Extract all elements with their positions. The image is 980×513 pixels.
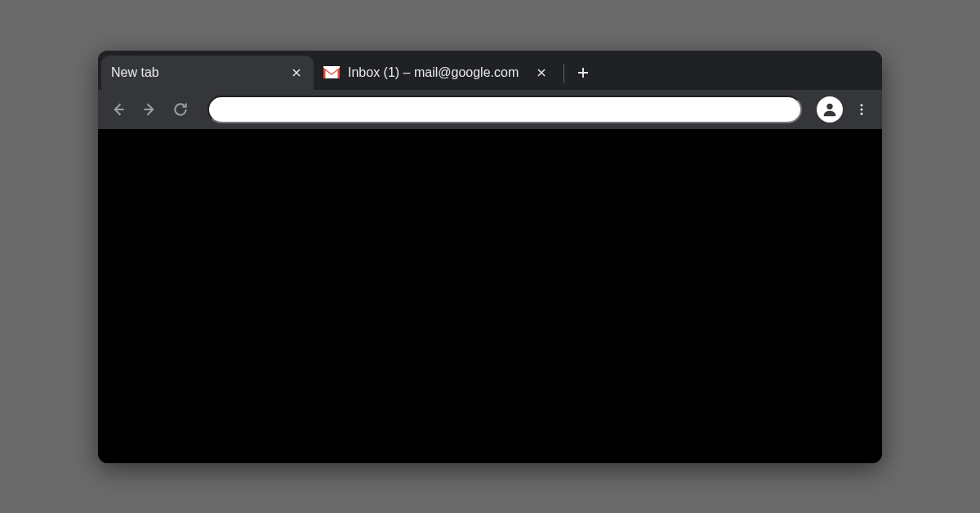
svg-point-10 [861, 104, 863, 106]
close-icon[interactable] [534, 65, 549, 80]
tab-strip: New tab Inbox (1) – mail@google.com [98, 51, 882, 90]
reload-button[interactable] [168, 97, 193, 122]
close-icon[interactable] [289, 65, 304, 80]
back-button[interactable] [106, 97, 131, 122]
new-tab-button[interactable] [571, 60, 595, 85]
svg-rect-2 [323, 66, 340, 78]
forward-button[interactable] [137, 97, 162, 122]
toolbar [98, 90, 882, 129]
menu-button[interactable] [849, 97, 874, 122]
browser-window: New tab Inbox (1) – mail@google.com [98, 51, 882, 463]
svg-point-9 [826, 103, 832, 109]
tab-inactive[interactable]: Inbox (1) – mail@google.com [314, 56, 559, 90]
svg-point-11 [861, 108, 863, 110]
content-area [98, 129, 882, 463]
svg-point-12 [861, 112, 863, 114]
address-bar[interactable] [207, 96, 802, 123]
profile-button[interactable] [817, 96, 843, 123]
tab-title: New tab [111, 65, 283, 80]
tab-title: Inbox (1) – mail@google.com [348, 65, 528, 80]
tab-divider [564, 64, 564, 83]
tab-active[interactable]: New tab [101, 56, 314, 90]
gmail-icon [323, 65, 340, 81]
